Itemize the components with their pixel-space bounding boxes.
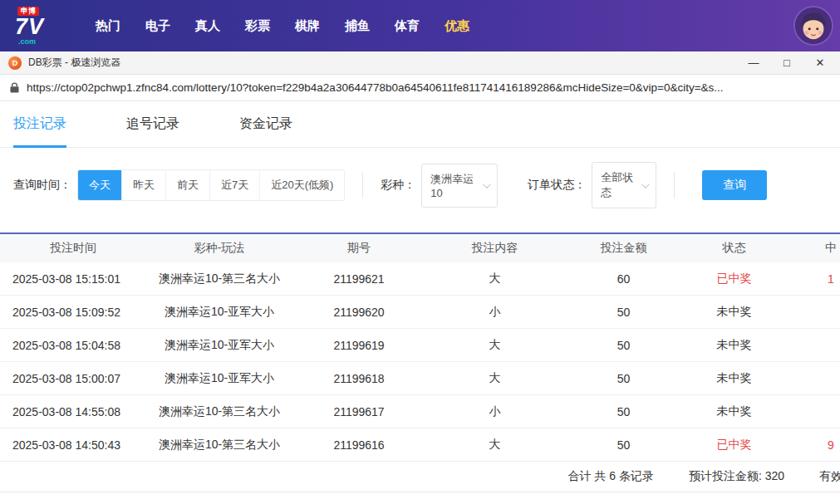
site-logo[interactable]: 申博 7V .com (15, 7, 61, 46)
cell-amount: 50 (564, 306, 683, 319)
nav-item[interactable]: 热门 (83, 18, 133, 34)
nav-item[interactable]: 电子 (133, 18, 183, 34)
cell-amount: 50 (564, 372, 683, 385)
column-header: 投注内容 (425, 241, 564, 256)
time-filter-option[interactable]: 今天 (78, 170, 122, 200)
cell-time: 2025-03-08 14:55:08 (0, 405, 146, 418)
cell-time: 2025-03-08 14:50:43 (0, 438, 146, 452)
cell-issue: 21199620 (292, 306, 425, 319)
address-bar[interactable]: https://ctop02pchwp1.zfnc84.com/lottery/… (0, 75, 840, 101)
nav-items: 热门电子真人彩票棋牌捕鱼体育优惠 (83, 18, 482, 34)
close-button[interactable]: ✕ (803, 52, 837, 74)
url-text[interactable]: https://ctop02pchwp1.zfnc84.com/lottery/… (27, 81, 724, 94)
time-filter-option[interactable]: 昨天 (122, 170, 166, 200)
status-filter-label: 订单状态： (528, 178, 586, 193)
cell-game: 澳洲幸运10-亚军大小 (146, 371, 292, 386)
app-window: 申博 7V .com 热门电子真人彩票棋牌捕鱼体育优惠 D DB彩票 - 极速浏… (0, 0, 840, 504)
column-header: 投注时间 (0, 241, 146, 256)
summary-expected-amount: 预计投注金额: 320 (689, 469, 784, 484)
table-header-row: 投注时间彩种-玩法期号投注内容投注金额状态中 (0, 234, 840, 262)
cell-game: 澳洲幸运10-第三名大小 (146, 272, 292, 286)
cell-time: 2025-03-08 15:09:52 (0, 306, 146, 319)
cell-status: 未中奖 (683, 305, 785, 320)
cell-time: 2025-03-08 15:15:01 (0, 272, 146, 286)
cell-content: 小 (425, 404, 564, 419)
time-filter-label: 查询时间： (13, 178, 71, 193)
cell-issue: 21199621 (292, 272, 425, 286)
table-row: 2025-03-08 15:15:01澳洲幸运10-第三名大小21199621大… (0, 262, 840, 296)
cell-amount: 50 (564, 405, 683, 418)
avatar-girl-icon (795, 7, 832, 44)
cell-game: 澳洲幸运10-亚军大小 (146, 338, 292, 353)
cell-amount: 60 (564, 272, 683, 286)
cell-content: 小 (425, 305, 564, 320)
logo-main: 7V (15, 16, 61, 38)
lottery-select[interactable]: 澳洲幸运10 (421, 164, 498, 208)
column-header: 中 (785, 241, 840, 256)
time-filter-group: 今天昨天前天近7天近20天(低频) (77, 169, 345, 201)
divider (362, 172, 363, 198)
time-filter-option[interactable]: 近20天(低频) (260, 170, 344, 200)
tab[interactable]: 投注记录 (13, 101, 66, 147)
cell-content: 大 (425, 338, 564, 353)
search-button[interactable]: 查询 (702, 170, 767, 200)
cell-game: 澳洲幸运10-第三名大小 (146, 404, 292, 419)
table-row: 2025-03-08 14:50:43澳洲幸运10-第三名大小21199616大… (0, 428, 840, 462)
cell-content: 大 (425, 272, 564, 286)
table-row: 2025-03-08 14:55:08澳洲幸运10-第三名大小21199617小… (0, 395, 840, 428)
cell-time: 2025-03-08 15:04:58 (0, 339, 146, 352)
cell-issue: 21199617 (292, 405, 425, 418)
divider (674, 172, 675, 198)
summary-total: 合计 共 6 条记录 (568, 469, 654, 484)
cell-status: 已中奖 (683, 438, 785, 453)
window-controls: — □ ✕ (737, 52, 837, 74)
table-row: 2025-03-08 15:09:52澳洲幸运10-亚军大小21199620小5… (0, 296, 840, 329)
column-header: 期号 (292, 241, 425, 256)
cell-status: 未中奖 (683, 404, 785, 419)
nav-item[interactable]: 棋牌 (282, 18, 332, 34)
browser-favicon: D (8, 56, 22, 70)
cell-issue: 21199618 (292, 372, 425, 385)
cell-game: 澳洲幸运10-亚军大小 (146, 305, 292, 320)
tab[interactable]: 追号记录 (126, 101, 179, 147)
order-status-select[interactable]: 全部状态 (592, 162, 656, 208)
window-title: DB彩票 - 极速浏览器 (28, 56, 737, 70)
filter-bar: 查询时间： 今天昨天前天近7天近20天(低频) 彩种： 澳洲幸运10 订单状态：… (0, 148, 840, 232)
cell-amount: 50 (564, 339, 683, 352)
time-filter-option[interactable]: 前天 (166, 170, 210, 200)
tab[interactable]: 资金记录 (239, 101, 292, 147)
time-filter-option[interactable]: 近7天 (210, 170, 260, 200)
cell-issue: 21199619 (292, 339, 425, 352)
summary-valid-amount: 有效投注金额: (819, 469, 840, 484)
cell-content: 大 (425, 371, 564, 386)
cell-content: 大 (425, 438, 564, 453)
chevron-down-icon (483, 180, 491, 188)
cell-game: 澳洲幸运10-第三名大小 (146, 438, 292, 453)
maximize-button[interactable]: □ (770, 52, 803, 74)
cell-amount: 50 (564, 438, 683, 452)
site-nav: 申博 7V .com 热门电子真人彩票棋牌捕鱼体育优惠 (0, 0, 840, 51)
cell-time: 2025-03-08 15:00:07 (0, 372, 146, 385)
cell-win: 1 (785, 272, 840, 286)
nav-item[interactable]: 体育 (382, 18, 432, 34)
browser-title-bar: D DB彩票 - 极速浏览器 — □ ✕ (0, 51, 840, 75)
chevron-down-icon (641, 180, 650, 188)
cell-status: 未中奖 (683, 371, 785, 386)
nav-item[interactable]: 真人 (183, 18, 233, 34)
nav-item[interactable]: 彩票 (233, 18, 282, 34)
nav-item[interactable]: 捕鱼 (332, 18, 382, 34)
summary-bar: 合计 共 6 条记录 预计投注金额: 320 有效投注金额: (0, 462, 840, 492)
record-tabs: 投注记录追号记录资金记录 (0, 101, 840, 148)
logo-sub: .com (18, 38, 61, 46)
table-body: 2025-03-08 15:15:01澳洲幸运10-第三名大小21199621大… (0, 262, 840, 462)
minimize-button[interactable]: — (737, 52, 770, 74)
user-avatar[interactable] (793, 6, 833, 46)
column-header: 彩种-玩法 (146, 241, 292, 256)
column-header: 投注金额 (564, 241, 683, 256)
lottery-select-value: 澳洲幸运10 (430, 172, 483, 199)
table-row: 2025-03-08 15:00:07澳洲幸运10-亚军大小21199618大5… (0, 362, 840, 395)
lock-icon (10, 82, 19, 93)
cell-status: 已中奖 (683, 272, 785, 286)
bet-records-table: 投注时间彩种-玩法期号投注内容投注金额状态中 2025-03-08 15:15:… (0, 232, 840, 462)
nav-item[interactable]: 优惠 (432, 18, 482, 34)
